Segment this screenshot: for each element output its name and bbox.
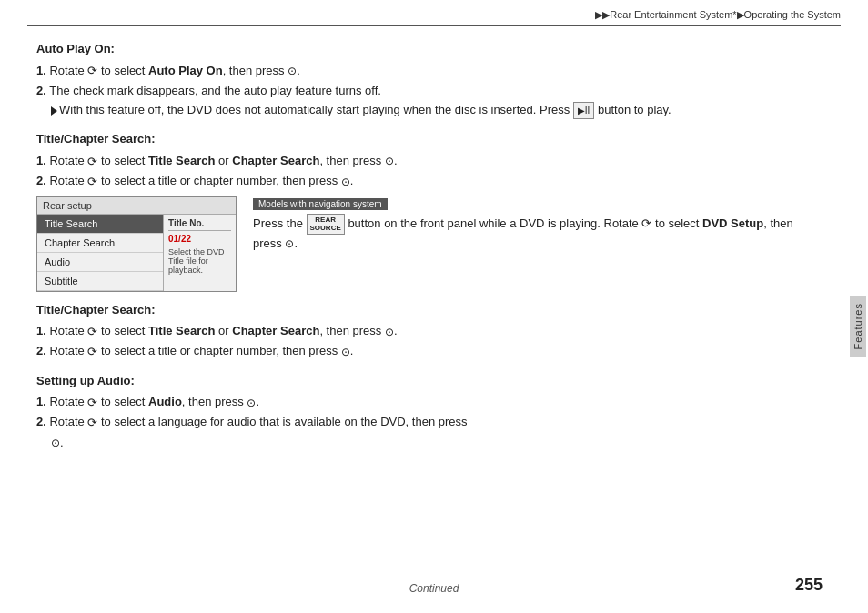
features-sidebar: Features	[848, 40, 868, 613]
screen-mockup: Rear setup Title Search Chapter Search A…	[36, 196, 237, 292]
side-panel-title: Title No.	[168, 218, 231, 231]
auto-play-title: Auto Play On:	[36, 40, 795, 58]
nav-callout: Models with navigation system Press the …	[253, 196, 795, 255]
header-breadcrumb: ▶▶Rear Entertainment System*▶Operating t…	[595, 9, 841, 21]
continued-label: Continued	[409, 582, 459, 595]
menu-item-chapter-search: Chapter Search	[37, 234, 163, 253]
page-number: 255	[795, 576, 823, 595]
title-chapter-1-title: Title/Chapter Search:	[36, 130, 795, 148]
sidebar-label: Features	[850, 296, 866, 357]
nav-callout-text: Press the REARSOURCE button on the front…	[253, 214, 795, 253]
setting-audio-step1: 1. Rotate ⟳ to select Audio, then press …	[36, 393, 795, 411]
main-content: Auto Play On: 1. Rotate ⟳ to select Auto…	[36, 40, 795, 577]
title-chapter-1-step2: 2. Rotate ⟳ to select a title or chapter…	[36, 172, 795, 190]
menu-item-subtitle: Subtitle	[37, 272, 163, 291]
nav-badge: Models with navigation system	[253, 198, 388, 210]
auto-play-note: With this feature off, the DVD does not …	[51, 101, 795, 119]
two-col-section: Rear setup Title Search Chapter Search A…	[36, 196, 795, 292]
title-chapter-2-step1: 1. Rotate ⟳ to select Title Search or Ch…	[36, 322, 795, 340]
screen-menu: Title Search Chapter Search Audio Subtit…	[37, 215, 163, 291]
setting-audio-step2: 2. Rotate ⟳ to select a language for aud…	[36, 413, 795, 431]
side-panel-note: Select the DVD Title file for playback.	[168, 247, 231, 275]
rear-source-button: REARSOURCE	[307, 214, 345, 235]
setting-audio-title: Setting up Audio:	[36, 372, 795, 390]
setting-audio-step2-cont: ⊙.	[51, 434, 795, 452]
title-chapter-2-step2: 2. Rotate ⟳ to select a title or chapter…	[36, 342, 795, 360]
header-rule	[27, 25, 841, 26]
screen-title: Rear setup	[37, 197, 236, 215]
side-panel-value: 01/22	[168, 234, 231, 244]
title-chapter-2-title: Title/Chapter Search:	[36, 301, 795, 319]
title-chapter-1-step1: 1. Rotate ⟳ to select Title Search or Ch…	[36, 152, 795, 170]
screen-body: Title Search Chapter Search Audio Subtit…	[37, 215, 236, 291]
screen-side-panel: Title No. 01/22 Select the DVD Title fil…	[163, 215, 236, 291]
menu-item-audio: Audio	[37, 253, 163, 272]
auto-play-step1: 1. Rotate ⟳ to select Auto Play On, then…	[36, 62, 795, 80]
menu-item-title-search: Title Search	[37, 215, 163, 234]
auto-play-step2: 2. The check mark disappears, and the au…	[36, 82, 795, 100]
